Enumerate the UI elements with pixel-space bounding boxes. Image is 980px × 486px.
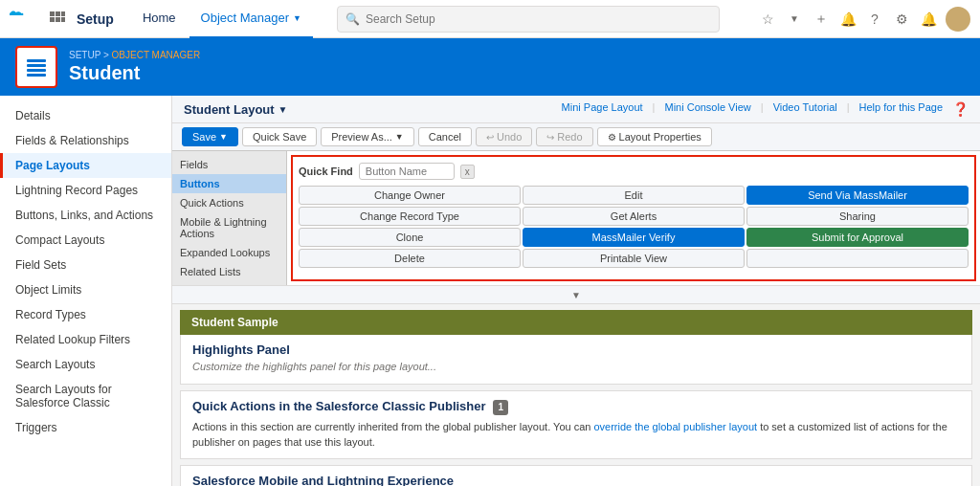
redo-button[interactable]: ↪ Redo — [536, 127, 592, 146]
button-change-record-type[interactable]: Change Record Type — [299, 207, 521, 226]
save-dropdown-icon[interactable]: ▼ — [219, 132, 228, 142]
svg-rect-3 — [50, 17, 55, 22]
svg-rect-6 — [27, 59, 46, 62]
sidebar-item-triggers[interactable]: Triggers — [0, 415, 171, 440]
main-layout: Details Fields & Relationships Page Layo… — [0, 96, 980, 486]
sidebar-item-field-sets[interactable]: Field Sets — [0, 253, 171, 277]
sidebar-item-record-types[interactable]: Record Types — [0, 302, 171, 327]
button-submit-for-approval[interactable]: Submit for Approval — [746, 228, 969, 247]
sidebar-item-object-limits[interactable]: Object Limits — [0, 277, 171, 302]
svg-rect-5 — [61, 17, 65, 22]
button-change-owner[interactable]: Change Owner — [299, 186, 521, 205]
fields-panel-expanded-lookups[interactable]: Expanded Lookups — [172, 243, 286, 262]
quick-actions-section: Quick Actions in the Salesforce Classic … — [180, 390, 972, 459]
nav-tab-home[interactable]: Home — [131, 0, 188, 38]
sidebar-item-page-layouts[interactable]: Page Layouts — [0, 153, 171, 178]
help-circle-icon[interactable]: ❓ — [952, 101, 969, 117]
highlights-panel-subtitle: Customize the highlights panel for this … — [192, 361, 960, 372]
top-nav-left: Setup Home Object Manager ▼ — [10, 0, 313, 38]
preview-as-button[interactable]: Preview As... ▼ — [321, 127, 414, 146]
quick-find-clear-button[interactable]: x — [460, 165, 475, 179]
sidebar-item-search-layouts-classic[interactable]: Search Layouts for Salesforce Classic — [0, 377, 171, 415]
scroll-indicator: ▼ — [172, 286, 980, 304]
button-sharing[interactable]: Sharing — [746, 207, 969, 226]
redo-icon: ↪ — [546, 132, 554, 143]
star-icon[interactable]: ☆ — [758, 10, 777, 29]
video-tutorial-link[interactable]: Video Tutorial — [773, 101, 837, 117]
fields-panel-related-lists[interactable]: Related Lists — [172, 262, 286, 281]
help-icon[interactable]: ? — [865, 10, 884, 29]
quick-find-label: Quick Find — [299, 166, 353, 177]
breadcrumb-setup[interactable]: SETUP — [69, 50, 100, 60]
button-empty — [746, 249, 969, 268]
quick-actions-badge: 1 — [493, 400, 508, 415]
app-switcher-icon[interactable] — [46, 8, 69, 31]
avatar[interactable] — [946, 7, 970, 32]
button-massmailer-verify[interactable]: MassMailer Verify — [523, 228, 745, 247]
mobile-lightning-section: Salesforce Mobile and Lightning Experien… — [180, 465, 972, 487]
bookmark-dropdown-icon[interactable]: ▼ — [785, 10, 804, 29]
undo-button[interactable]: ↩ Undo — [476, 127, 532, 146]
breadcrumb-header: SETUP > OBJECT MANAGER Student — [0, 38, 980, 96]
student-sample-header: Student Sample — [180, 310, 972, 335]
properties-icon: ⚙ — [608, 132, 616, 143]
button-delete[interactable]: Delete — [299, 249, 521, 268]
breadcrumb-object-manager[interactable]: OBJECT MANAGER — [112, 50, 201, 60]
gear-icon[interactable]: ⚙ — [892, 10, 911, 29]
sidebar-item-buttons-links[interactable]: Buttons, Links, and Actions — [0, 203, 171, 228]
sidebar-item-compact-layouts[interactable]: Compact Layouts — [0, 228, 171, 253]
layout-properties-button[interactable]: ⚙ Layout Properties — [597, 127, 712, 146]
object-icon — [15, 46, 57, 88]
fields-panel-quick-actions[interactable]: Quick Actions — [172, 193, 286, 212]
fields-panel-buttons[interactable]: Buttons — [172, 174, 286, 193]
search-input[interactable] — [366, 12, 711, 26]
button-get-alerts[interactable]: Get Alerts — [523, 207, 745, 226]
top-nav-icons: ☆ ▼ ＋ 🔔 ? ⚙ 🔔 — [758, 7, 970, 32]
svg-rect-9 — [27, 74, 46, 77]
mobile-lightning-title: Salesforce Mobile and Lightning Experien… — [192, 474, 960, 487]
mini-page-layout-link[interactable]: Mini Page Layout — [562, 101, 643, 117]
undo-icon: ↩ — [486, 132, 494, 143]
quick-actions-title: Quick Actions in the Salesforce Classic … — [192, 399, 960, 415]
button-edit[interactable]: Edit — [523, 186, 745, 205]
quick-find-panel: Quick Find x Change Owner Edit Send Via … — [291, 155, 976, 281]
fields-panel: Fields Buttons Quick Actions Mobile & Li… — [172, 151, 287, 285]
buttons-grid: Change Owner Edit Send Via MassMailer Ch… — [299, 186, 969, 268]
button-send-via-massmailer[interactable]: Send Via MassMailer — [746, 186, 969, 205]
quick-save-button[interactable]: Quick Save — [242, 127, 317, 146]
breadcrumb-text: SETUP > OBJECT MANAGER Student — [69, 50, 200, 84]
help-for-page-link[interactable]: Help for this Page — [859, 101, 943, 117]
cancel-button[interactable]: Cancel — [418, 127, 472, 146]
notification-icon[interactable]: 🔔 — [919, 10, 938, 29]
highlights-panel-title: Highlights Panel — [192, 342, 960, 357]
sidebar-item-search-layouts[interactable]: Search Layouts — [0, 352, 171, 377]
layout-header: Student Layout ▼ Mini Page Layout | Mini… — [172, 96, 980, 123]
top-nav: Setup Home Object Manager ▼ 🔍 ☆ ▼ ＋ 🔔 ? … — [0, 0, 980, 38]
search-icon: 🔍 — [345, 12, 360, 26]
quick-find-input[interactable] — [359, 163, 455, 180]
sidebar-item-details[interactable]: Details — [0, 103, 171, 128]
svg-rect-0 — [50, 11, 55, 16]
highlights-panel-section: Highlights Panel Customize the highlight… — [180, 335, 972, 385]
preview-dropdown-icon[interactable]: ▼ — [395, 132, 404, 142]
breadcrumb-title: Student — [69, 62, 200, 84]
button-clone[interactable]: Clone — [299, 228, 521, 247]
sidebar-item-fields[interactable]: Fields & Relationships — [0, 128, 171, 153]
nav-tab-object-manager[interactable]: Object Manager ▼ — [189, 0, 313, 38]
sidebar-item-lightning-record-pages[interactable]: Lightning Record Pages — [0, 178, 171, 203]
mini-console-view-link[interactable]: Mini Console View — [664, 101, 750, 117]
override-link[interactable]: override the global publisher layout — [593, 421, 757, 432]
salesforce-logo — [10, 9, 38, 30]
bell-icon[interactable]: 🔔 — [838, 10, 858, 29]
layout-dropdown-icon[interactable]: ▼ — [278, 104, 288, 115]
plus-icon[interactable]: ＋ — [812, 10, 831, 29]
sidebar-item-related-lookup[interactable]: Related Lookup Filters — [0, 327, 171, 352]
fields-panel-fields[interactable]: Fields — [172, 155, 286, 174]
save-button[interactable]: Save ▼ — [182, 127, 238, 146]
search-bar: 🔍 — [337, 6, 720, 33]
button-printable-view[interactable]: Printable View — [523, 249, 745, 268]
chevron-down-icon: ▼ — [293, 13, 301, 23]
layout-title: Student Layout ▼ — [184, 102, 288, 117]
svg-rect-2 — [61, 11, 65, 16]
fields-panel-mobile[interactable]: Mobile & Lightning Actions — [172, 212, 286, 243]
